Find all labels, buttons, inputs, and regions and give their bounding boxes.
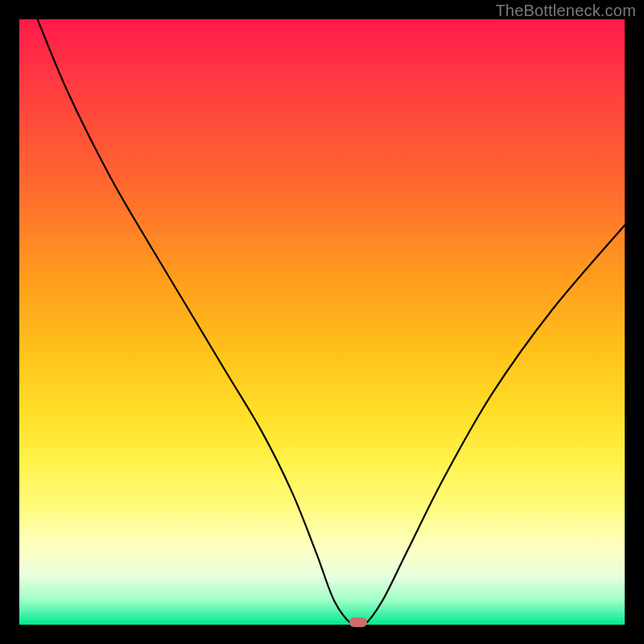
optimal-marker — [349, 617, 367, 627]
bottleneck-curve — [19, 19, 625, 625]
chart-frame: TheBottleneck.com — [0, 0, 644, 644]
plot-area — [19, 19, 625, 625]
watermark-text: TheBottleneck.com — [495, 2, 636, 20]
